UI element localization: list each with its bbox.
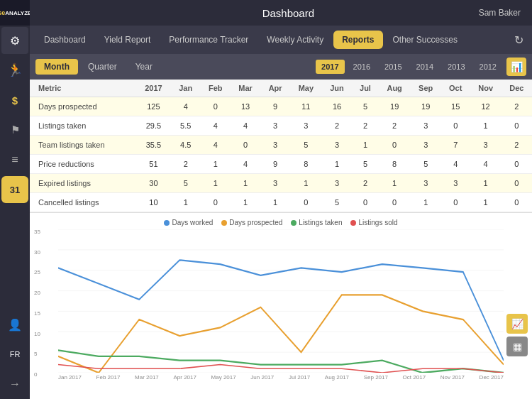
x-axis-labels: Jan 2017 Feb 2017 Mar 2017 Apr 2017 May … bbox=[58, 374, 504, 381]
metric-value: 3 bbox=[260, 136, 290, 155]
period-year[interactable]: Year bbox=[127, 59, 161, 75]
col-aug: Aug bbox=[379, 80, 411, 97]
flag-icon[interactable]: ⚑ bbox=[1, 116, 28, 143]
metric-value: 19 bbox=[411, 97, 441, 116]
metric-value: 2 bbox=[501, 136, 532, 155]
metric-value: 8 bbox=[290, 155, 322, 174]
metric-value: 0 bbox=[201, 97, 231, 116]
metric-value: 4 bbox=[201, 136, 231, 155]
metric-value: 0 bbox=[379, 136, 411, 155]
col-apr: Apr bbox=[260, 80, 290, 97]
metric-value: 3 bbox=[411, 174, 441, 193]
table-row: Days prospected1254013911165191915122 bbox=[30, 97, 532, 116]
metric-value: 1 bbox=[470, 193, 501, 212]
metric-value: 4 bbox=[231, 155, 260, 174]
metric-value: 1 bbox=[411, 193, 441, 212]
metric-value: 2 bbox=[352, 116, 379, 136]
metric-value: 4 bbox=[201, 116, 231, 136]
metric-value: 3 bbox=[260, 174, 290, 193]
year-2016[interactable]: 2016 bbox=[348, 60, 376, 74]
chart-bar-button[interactable]: ▦ bbox=[506, 337, 528, 356]
metric-value: 1 bbox=[231, 193, 260, 212]
page-title: Dashboard bbox=[98, 7, 479, 19]
col-metric: Metric bbox=[30, 80, 136, 97]
col-jul: Jul bbox=[352, 80, 379, 97]
chart-line-button[interactable]: 📈 bbox=[506, 314, 528, 334]
metric-value: 2 bbox=[501, 97, 532, 116]
metric-value: 12 bbox=[470, 97, 501, 116]
year-2015[interactable]: 2015 bbox=[379, 60, 407, 74]
period-month[interactable]: Month bbox=[35, 59, 78, 75]
dollar-icon[interactable]: $ bbox=[1, 87, 28, 114]
navbar: Dashboard Yield Report Performance Track… bbox=[30, 26, 532, 54]
col-may: May bbox=[290, 80, 322, 97]
metric-value: 4 bbox=[171, 97, 201, 116]
metric-value: 11 bbox=[290, 97, 322, 116]
metric-value: 0 bbox=[441, 116, 470, 136]
metric-value: 2 bbox=[352, 174, 379, 193]
metric-value: 16 bbox=[322, 97, 352, 116]
legend-days-prospected: Days prospected bbox=[221, 219, 282, 226]
nav-reports[interactable]: Reports bbox=[333, 31, 382, 49]
chart-legend: Days worked Days prospected Listings tak… bbox=[58, 219, 504, 226]
year-2012[interactable]: 2012 bbox=[474, 60, 502, 74]
user-icon[interactable]: 👤 bbox=[1, 311, 28, 338]
year-2017[interactable]: 2017 bbox=[316, 60, 344, 74]
metric-value: 4.5 bbox=[171, 136, 201, 155]
metric-value: 1 bbox=[379, 174, 411, 193]
period-bar: Month Quarter Year 2017 2016 2015 2014 2… bbox=[30, 54, 532, 80]
col-2017: 2017 bbox=[136, 80, 171, 97]
metric-value: 3 bbox=[322, 174, 352, 193]
chart-svg-wrapper bbox=[58, 229, 504, 373]
metric-value: 2 bbox=[379, 116, 411, 136]
settings-icon[interactable]: ⚙ bbox=[1, 27, 28, 54]
metric-value: 9 bbox=[260, 97, 290, 116]
metric-value: 125 bbox=[136, 97, 171, 116]
user-name: Sam Baker bbox=[479, 8, 521, 18]
metric-value: 0 bbox=[379, 193, 411, 212]
book-icon[interactable]: ≡ bbox=[1, 146, 28, 173]
col-jan: Jan bbox=[171, 80, 201, 97]
fr-icon[interactable]: FR bbox=[1, 341, 28, 368]
metric-value: 5 bbox=[352, 155, 379, 174]
nav-dashboard[interactable]: Dashboard bbox=[35, 31, 94, 49]
metric-label: Listings taken bbox=[30, 116, 136, 136]
year-2013[interactable]: 2013 bbox=[442, 60, 470, 74]
activity-icon[interactable]: 🏃 bbox=[1, 57, 28, 84]
nav-weekly-activity[interactable]: Weekly Activity bbox=[258, 31, 332, 49]
metric-value: 4 bbox=[470, 155, 501, 174]
nav-performance-tracker[interactable]: Performance Tracker bbox=[160, 31, 257, 49]
refresh-icon[interactable]: ↻ bbox=[511, 31, 526, 50]
chart-area: Days worked Days prospected Listings tak… bbox=[30, 212, 532, 399]
col-mar: Mar bbox=[231, 80, 260, 97]
year-buttons: 2017 2016 2015 2014 2013 2012 bbox=[316, 60, 502, 74]
logout-icon[interactable]: → bbox=[1, 371, 28, 398]
period-quarter[interactable]: Quarter bbox=[79, 59, 126, 75]
sidebar: oseANALYZER ⚙ 🏃 $ ⚑ ≡ 31 👤 FR → bbox=[0, 0, 30, 399]
metric-value: 1 bbox=[201, 174, 231, 193]
metric-label: Days prospected bbox=[30, 97, 136, 116]
metric-value: 1 bbox=[171, 193, 201, 212]
year-2014[interactable]: 2014 bbox=[411, 60, 439, 74]
chart-view-toggle[interactable]: 📊 bbox=[506, 58, 526, 76]
metric-value: 3 bbox=[411, 116, 441, 136]
metric-value: 5 bbox=[322, 193, 352, 212]
metric-value: 3 bbox=[260, 116, 290, 136]
metric-value: 0 bbox=[501, 193, 532, 212]
metric-value: 7 bbox=[441, 136, 470, 155]
nav-other-successes[interactable]: Other Successes bbox=[384, 31, 466, 49]
metric-value: 1 bbox=[290, 174, 322, 193]
topbar: Dashboard Sam Baker bbox=[30, 0, 532, 26]
calendar-icon[interactable]: 31 bbox=[1, 176, 28, 203]
nav-yield-report[interactable]: Yield Report bbox=[96, 31, 160, 49]
metric-value: 3 bbox=[441, 174, 470, 193]
data-table: Metric 2017 Jan Feb Mar Apr May Jun Jul … bbox=[30, 80, 532, 212]
metric-value: 35.5 bbox=[136, 136, 171, 155]
metric-value: 5 bbox=[411, 155, 441, 174]
metric-value: 3 bbox=[322, 136, 352, 155]
metric-value: 8 bbox=[379, 155, 411, 174]
table-row: Team listings taken35.54.540353103732 bbox=[30, 136, 532, 155]
metric-value: 5.5 bbox=[171, 116, 201, 136]
metric-value: 1 bbox=[470, 116, 501, 136]
metric-value: 1 bbox=[201, 155, 231, 174]
